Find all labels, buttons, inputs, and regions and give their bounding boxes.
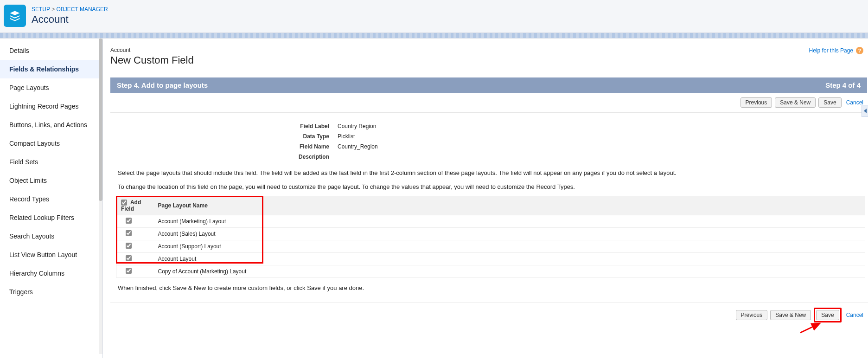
page-header: SETUP > OBJECT MANAGER Account <box>0 0 868 33</box>
sidebar-item-field-sets[interactable]: Field Sets <box>0 153 102 171</box>
save-new-button[interactable]: Save & New <box>775 97 816 108</box>
breadcrumb-objmgr-link[interactable]: OBJECT MANAGER <box>57 6 108 13</box>
table-row: Account (Support) Layout <box>116 240 865 253</box>
sidebar-scrollbar-thumb[interactable] <box>99 39 102 201</box>
row-layout-name: Account (Support) Layout <box>153 240 865 253</box>
row-checkbox[interactable] <box>126 268 132 274</box>
sidebar-item-buttons-links-actions[interactable]: Buttons, Links, and Actions <box>0 116 102 134</box>
row-checkbox[interactable] <box>126 218 132 224</box>
sidebar-item-related-lookup-filters[interactable]: Related Lookup Filters <box>0 208 102 227</box>
col-add-field: Add Field <box>116 196 153 215</box>
field-name-label: Field Name <box>110 143 338 150</box>
save-button[interactable]: Save <box>818 97 841 108</box>
field-label-label: Field Label <box>110 123 338 129</box>
description-label: Description <box>110 154 338 160</box>
sidebar-item-details[interactable]: Details <box>0 41 102 60</box>
previous-button[interactable]: Previous <box>740 97 772 108</box>
step-banner: Step 4. Add to page layouts Step 4 of 4 <box>110 77 867 93</box>
table-row: Account (Marketing) Layout <box>116 215 865 228</box>
sidebar-item-lightning-record-pages[interactable]: Lightning Record Pages <box>0 97 102 116</box>
help-link[interactable]: Help for this Page ? <box>809 47 863 54</box>
highlight-save-box: Save <box>814 308 841 322</box>
row-checkbox[interactable] <box>126 230 132 236</box>
save-new-button-bottom[interactable]: Save & New <box>770 310 811 320</box>
row-layout-name: Account (Sales) Layout <box>153 228 865 240</box>
row-checkbox[interactable] <box>126 243 132 249</box>
cancel-link-bottom[interactable]: Cancel <box>844 312 865 318</box>
help-icon: ? <box>856 47 863 54</box>
sidebar-item-triggers[interactable]: Triggers <box>0 283 102 301</box>
arrow-to-save-icon <box>799 321 827 335</box>
table-row: Account Layout <box>116 253 865 265</box>
step-indicator: Step 4 of 4 <box>825 81 861 89</box>
table-row: Copy of Account (Marketing) Layout <box>116 265 865 278</box>
button-bar-top: Previous Save & New Save Cancel <box>110 93 868 113</box>
page-title: New Custom Field <box>110 54 868 66</box>
step-title: Step 4. Add to page layouts <box>117 81 208 89</box>
row-layout-name: Account (Marketing) Layout <box>153 215 865 228</box>
sidebar-item-page-layouts[interactable]: Page Layouts <box>0 78 102 97</box>
field-summary: Field Label Country Region Data Type Pic… <box>110 121 868 162</box>
sidebar-item-search-layouts[interactable]: Search Layouts <box>0 227 102 245</box>
row-checkbox[interactable] <box>126 255 132 261</box>
breadcrumb-setup-link[interactable]: SETUP <box>32 6 50 13</box>
page-eyebrow: Account <box>110 47 868 53</box>
object-manager-icon <box>4 5 26 27</box>
help-link-label: Help for this Page <box>809 47 853 54</box>
sidebar-item-compact-layouts[interactable]: Compact Layouts <box>0 134 102 153</box>
sidebar-item-object-limits[interactable]: Object Limits <box>0 171 102 190</box>
right-collapse-tab[interactable] <box>862 105 868 117</box>
col-layout-name: Page Layout Name <box>153 196 865 215</box>
sidebar-item-fields-relationships[interactable]: Fields & Relationships <box>0 60 102 78</box>
instructions-line2: To change the location of this field on … <box>118 182 861 192</box>
field-name-value: Country_Region <box>338 143 378 150</box>
page-layout-table: Add Field Page Layout Name Account (Mark… <box>116 196 865 278</box>
instructions-line1: Select the page layouts that should incl… <box>118 168 861 178</box>
sidebar-item-record-types[interactable]: Record Types <box>0 190 102 208</box>
header-title: Account <box>32 13 108 26</box>
row-layout-name: Copy of Account (Marketing) Layout <box>153 265 865 278</box>
sidebar-item-hierarchy-columns[interactable]: Hierarchy Columns <box>0 264 102 283</box>
save-button-bottom[interactable]: Save <box>816 310 839 320</box>
main-content: Account New Custom Field Help for this P… <box>103 39 868 358</box>
data-type-label: Data Type <box>110 133 338 140</box>
data-type-value: Picklist <box>338 133 355 140</box>
button-bar-bottom: Previous Save & New Save Cancel <box>110 303 868 327</box>
decorative-strip <box>0 33 868 39</box>
table-row: Account (Sales) Layout <box>116 228 865 240</box>
sidebar-item-list-view-button-layout[interactable]: List View Button Layout <box>0 245 102 264</box>
breadcrumb: SETUP > OBJECT MANAGER <box>32 6 108 13</box>
select-all-checkbox[interactable] <box>121 200 127 206</box>
row-layout-name: Account Layout <box>153 253 865 265</box>
previous-button-bottom[interactable]: Previous <box>736 310 768 320</box>
sidebar: Details Fields & Relationships Page Layo… <box>0 39 103 358</box>
field-label-value: Country Region <box>338 123 376 129</box>
breadcrumb-sep: > <box>51 6 55 13</box>
finish-text: When finished, click Save & New to creat… <box>118 284 861 291</box>
